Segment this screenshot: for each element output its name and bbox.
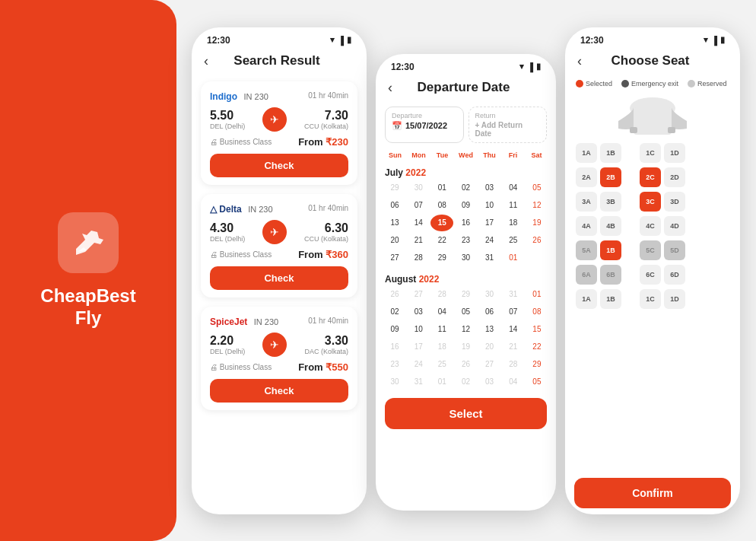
cal-cell-today[interactable]: 15 <box>430 215 453 231</box>
seat-5C[interactable]: 5C <box>640 240 661 260</box>
seat-5B[interactable]: 1B <box>600 240 621 260</box>
cal-cell[interactable]: 02 <box>454 374 477 390</box>
cal-cell[interactable]: 17 <box>478 215 501 231</box>
cal-cell[interactable]: 08 <box>526 304 548 320</box>
seat-7C[interactable]: 1C <box>640 289 661 309</box>
seat-6D[interactable]: 6D <box>664 265 685 285</box>
check-btn-1[interactable]: Check <box>210 154 348 177</box>
cal-cell[interactable]: 04 <box>502 374 525 390</box>
seat-7A[interactable]: 1A <box>576 289 597 309</box>
cal-cell[interactable]: 24 <box>478 232 501 249</box>
cal-cell[interactable]: 18 <box>502 215 525 231</box>
select-button[interactable]: Select <box>385 398 547 429</box>
cal-cell[interactable]: 04 <box>502 180 525 196</box>
cal-cell[interactable]: 27 <box>478 356 501 373</box>
check-btn-2[interactable]: Check <box>210 266 348 290</box>
cal-cell[interactable]: 25 <box>502 232 525 249</box>
cal-cell[interactable]: 15 <box>526 321 548 338</box>
seat-3A[interactable]: 3A <box>576 192 597 212</box>
cal-cell[interactable]: 17 <box>407 339 430 355</box>
cal-cell[interactable]: 30 <box>478 286 501 303</box>
cal-cell[interactable]: 29 <box>526 356 548 373</box>
cal-cell[interactable]: 05 <box>526 180 548 196</box>
seat-3B[interactable]: 3B <box>600 192 621 212</box>
cal-cell[interactable]: 02 <box>383 304 406 320</box>
cal-cell[interactable]: 27 <box>383 250 406 266</box>
cal-cell[interactable]: 06 <box>478 304 501 320</box>
seat-4B[interactable]: 4B <box>600 216 621 236</box>
seat-2B[interactable]: 2B <box>600 167 621 187</box>
cal-cell[interactable]: 31 <box>502 286 525 303</box>
seat-4C[interactable]: 4C <box>640 216 661 236</box>
cal-cell[interactable]: 13 <box>383 215 406 231</box>
cal-cell[interactable]: 03 <box>478 374 501 390</box>
cal-cell[interactable]: 01 <box>430 180 453 196</box>
cal-cell[interactable]: 25 <box>430 356 453 373</box>
seat-4A[interactable]: 4A <box>576 216 597 236</box>
seat-1C[interactable]: 1C <box>640 143 661 163</box>
cal-cell[interactable]: 27 <box>407 286 430 303</box>
cal-cell[interactable]: 19 <box>526 215 548 231</box>
cal-cell[interactable]: 28 <box>430 286 453 303</box>
cal-cell[interactable]: 19 <box>454 339 477 355</box>
cal-cell[interactable]: 10 <box>478 197 501 214</box>
cal-cell[interactable]: 01 <box>430 374 453 390</box>
cal-cell[interactable]: 12 <box>526 197 548 214</box>
cal-cell[interactable]: 03 <box>478 180 501 196</box>
seat-4D[interactable]: 4D <box>664 216 685 236</box>
cal-cell[interactable]: 29 <box>454 286 477 303</box>
seat-6A[interactable]: 6A <box>576 265 597 285</box>
cal-cell[interactable]: 16 <box>383 339 406 355</box>
cal-cell[interactable]: 29 <box>430 250 453 266</box>
cal-cell[interactable]: 31 <box>478 250 501 266</box>
cal-cell[interactable]: 22 <box>430 232 453 249</box>
back-arrow-cal[interactable]: ‹ <box>388 80 392 96</box>
cal-cell[interactable]: 14 <box>502 321 525 338</box>
seat-7D[interactable]: 1D <box>664 289 685 309</box>
seat-3D[interactable]: 3D <box>664 192 685 212</box>
cal-cell[interactable]: 26 <box>383 286 406 303</box>
cal-cell[interactable]: 07 <box>407 197 430 214</box>
seat-1B[interactable]: 1B <box>600 143 621 163</box>
cal-cell[interactable]: 11 <box>502 197 525 214</box>
cal-cell[interactable]: 31 <box>407 374 430 390</box>
cal-cell[interactable]: 03 <box>407 304 430 320</box>
cal-cell[interactable]: 20 <box>383 232 406 249</box>
seat-1A[interactable]: 1A <box>576 143 597 163</box>
confirm-button[interactable]: Confirm <box>574 478 731 508</box>
cal-cell[interactable]: 12 <box>454 321 477 338</box>
seat-5A[interactable]: 5A <box>576 240 597 260</box>
back-arrow-seat[interactable]: ‹ <box>577 53 582 69</box>
cal-cell[interactable]: 10 <box>407 321 430 338</box>
cal-cell[interactable]: 05 <box>526 374 548 390</box>
cal-cell[interactable]: 06 <box>383 197 406 214</box>
cal-cell[interactable]: 26 <box>526 232 548 249</box>
seat-6B[interactable]: 6B <box>600 265 621 285</box>
cal-cell[interactable]: 04 <box>430 304 453 320</box>
cal-cell[interactable]: 07 <box>502 304 525 320</box>
cal-cell[interactable]: 30 <box>407 180 430 196</box>
cal-cell[interactable]: 13 <box>478 321 501 338</box>
cal-cell[interactable]: 09 <box>383 321 406 338</box>
cal-cell[interactable]: 20 <box>478 339 501 355</box>
seat-7B[interactable]: 1B <box>600 289 621 309</box>
cal-cell[interactable]: 01 <box>526 286 548 303</box>
seat-2A[interactable]: 2A <box>576 167 597 187</box>
cal-cell[interactable]: 26 <box>454 356 477 373</box>
seat-1D[interactable]: 1D <box>664 143 685 163</box>
cal-cell[interactable]: 11 <box>430 321 453 338</box>
cal-cell[interactable]: 28 <box>407 250 430 266</box>
cal-cell[interactable]: 14 <box>407 215 430 231</box>
cal-cell[interactable]: 18 <box>430 339 453 355</box>
back-arrow-search[interactable]: ‹ <box>204 53 208 69</box>
cal-cell[interactable]: 30 <box>454 250 477 266</box>
seat-6C[interactable]: 6C <box>640 265 661 285</box>
cal-cell[interactable]: 09 <box>454 197 477 214</box>
seat-5D[interactable]: 5D <box>664 240 685 260</box>
seat-2C[interactable]: 2C <box>640 167 661 187</box>
cal-cell[interactable]: 30 <box>383 374 406 390</box>
cal-cell[interactable]: 08 <box>430 197 453 214</box>
cal-cell[interactable]: 24 <box>407 356 430 373</box>
cal-cell[interactable]: 23 <box>383 356 406 373</box>
seat-3C[interactable]: 3C <box>640 192 661 212</box>
